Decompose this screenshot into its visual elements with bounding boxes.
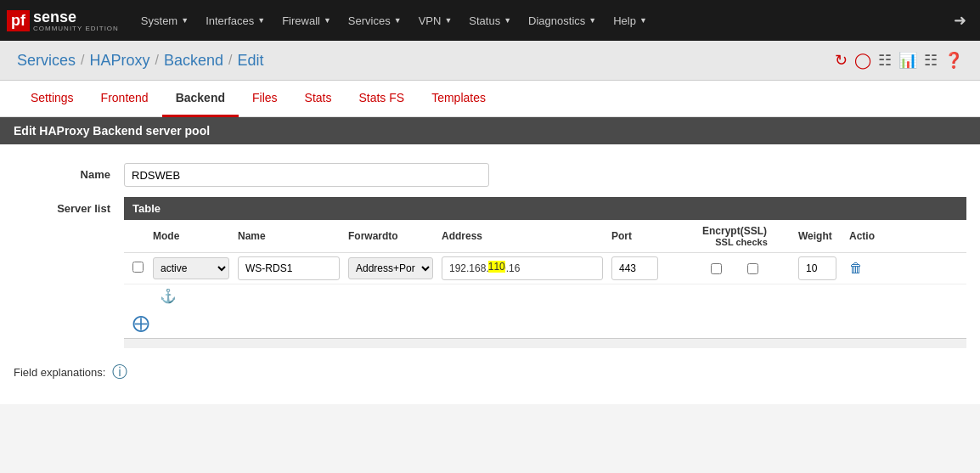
nav-system[interactable]: System ▼	[132, 0, 197, 41]
tab-files[interactable]: Files	[239, 81, 291, 117]
tabs-bar: Settings Frontend Backend Files Stats St…	[0, 81, 980, 117]
content: Edit HAProxy Backend server pool Name Se…	[0, 117, 980, 421]
horizontal-scrollbar[interactable]	[124, 338, 966, 348]
logo-text: sense	[33, 9, 119, 25]
list-icon[interactable]: ☷	[924, 51, 938, 70]
table-header: Table	[124, 197, 966, 220]
col-forward-header: Forwardto	[348, 230, 442, 242]
nav-system-arrow: ▼	[181, 16, 189, 25]
refresh-icon[interactable]: ↻	[835, 51, 848, 70]
address-input[interactable]	[442, 256, 603, 280]
tab-stats-fs[interactable]: Stats FS	[345, 81, 418, 117]
server-list-container: Table Mode Name Forwardto Address Port E…	[124, 197, 966, 348]
breadcrumb-bar: Services / HAProxy / Backend / Edit ↻ ◯ …	[0, 41, 980, 81]
logo-area: pf sense COMMUNITY EDITION	[7, 9, 119, 32]
col-weight-header: Weight	[798, 230, 849, 242]
nav-diagnostics[interactable]: Diagnostics ▼	[520, 0, 605, 41]
encrypt-checkbox[interactable]	[711, 263, 722, 274]
col-action-header: Actio	[849, 230, 892, 242]
filter-icon[interactable]: ☷	[878, 51, 892, 70]
logout-button[interactable]: ➜	[947, 11, 973, 30]
ssl-checks-checkbox[interactable]	[747, 263, 758, 274]
row-checkbox[interactable]	[132, 262, 144, 273]
name-input[interactable]	[124, 163, 489, 187]
nav-vpn-arrow: ▼	[444, 16, 452, 25]
col-encrypt-header: Encrypt(SSL)	[671, 225, 798, 237]
circle-icon[interactable]: ◯	[854, 51, 871, 70]
port-input[interactable]	[611, 256, 658, 280]
nav-services[interactable]: Services ▼	[340, 0, 410, 41]
nav-diagnostics-arrow: ▼	[589, 16, 596, 25]
field-explanations-label: Field explanations:	[14, 366, 105, 379]
nav-services-arrow: ▼	[394, 16, 402, 25]
col-name-header: Name	[238, 230, 348, 242]
tab-stats[interactable]: Stats	[291, 81, 346, 117]
nav-interfaces[interactable]: Interfaces ▼	[197, 0, 273, 41]
nav-status-arrow: ▼	[504, 16, 511, 25]
tab-templates[interactable]: Templates	[418, 81, 499, 117]
anchor-icon: ⚓	[160, 288, 177, 304]
tab-backend[interactable]: Backend	[162, 81, 239, 117]
nav-interfaces-arrow: ▼	[257, 16, 265, 25]
col-mode-header: Mode	[153, 230, 238, 242]
breadcrumb-edit: Edit	[237, 52, 263, 70]
chart-icon[interactable]: 📊	[898, 51, 917, 70]
table-row: active backup disabled inactive Address+…	[124, 253, 966, 284]
nav-help-arrow: ▼	[639, 16, 647, 25]
info-icon[interactable]: ⓘ	[112, 362, 127, 382]
add-server-button[interactable]: ⨁	[132, 313, 149, 333]
breadcrumb-haproxy[interactable]: HAProxy	[89, 52, 149, 70]
forwardto-select[interactable]: Address+Por Address Port only	[348, 257, 433, 279]
nav-help[interactable]: Help ▼	[605, 0, 656, 41]
tab-frontend[interactable]: Frontend	[87, 81, 162, 117]
row-name-input[interactable]	[238, 256, 340, 280]
name-label: Name	[14, 163, 124, 181]
topnav: pf sense COMMUNITY EDITION System ▼ Inte…	[0, 0, 980, 41]
delete-row-button[interactable]: 🗑	[849, 261, 863, 276]
section-header: Edit HAProxy Backend server pool	[0, 117, 980, 144]
help-icon[interactable]: ❓	[944, 51, 963, 70]
col-ssl-checks-header: SSL checks	[715, 237, 768, 247]
name-row: Name	[0, 158, 980, 192]
col-address-header: Address	[442, 230, 611, 242]
nav-firewall-arrow: ▼	[324, 16, 331, 25]
weight-input[interactable]	[798, 256, 836, 280]
tab-settings[interactable]: Settings	[17, 81, 87, 117]
breadcrumb: Services / HAProxy / Backend / Edit	[17, 52, 264, 70]
add-row: ⨁	[124, 307, 966, 338]
pf-logo: pf	[7, 10, 30, 31]
breadcrumb-icons: ↻ ◯ ☷ 📊 ☷ ❓	[835, 51, 963, 70]
nav-status[interactable]: Status ▼	[460, 0, 520, 41]
breadcrumb-services[interactable]: Services	[17, 52, 76, 70]
mode-select[interactable]: active backup disabled inactive	[153, 257, 229, 279]
nav-firewall[interactable]: Firewall ▼	[273, 0, 340, 41]
table-columns: Mode Name Forwardto Address Port Encrypt…	[124, 220, 966, 253]
server-list-label: Server list	[14, 197, 124, 215]
col-port-header: Port	[611, 230, 671, 242]
nav-vpn[interactable]: VPN ▼	[410, 0, 461, 41]
logo-sub: COMMUNITY EDITION	[33, 25, 119, 32]
field-explanations: Field explanations: ⓘ	[0, 353, 980, 391]
server-list-row: Server list Table Mode Name Forwardto Ad…	[0, 192, 980, 353]
form-area: Name Server list Table Mode Name Forward…	[0, 144, 980, 404]
breadcrumb-backend[interactable]: Backend	[164, 52, 223, 70]
